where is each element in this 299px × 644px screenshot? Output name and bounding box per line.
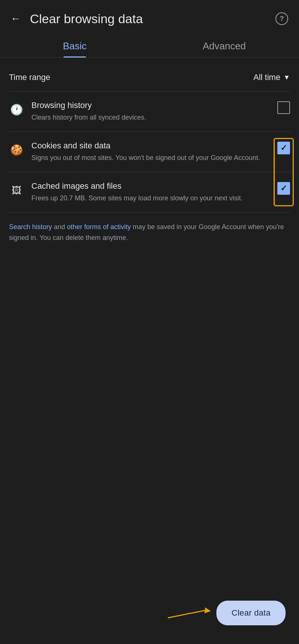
browsing-history-content: Browsing history Clears history from all…	[31, 101, 270, 123]
svg-line-0	[168, 610, 205, 618]
time-range-value: All time	[253, 73, 280, 82]
cookies-desc: Signs you out of most sites. You won't b…	[31, 153, 270, 163]
cookies-cached-wrapper: 🍪 Cookies and site data Signs you out of…	[0, 132, 299, 212]
help-icon: ?	[275, 12, 288, 25]
svg-marker-1	[204, 607, 211, 613]
back-arrow-icon: ←	[10, 13, 21, 25]
cookies-checkbox-area	[277, 142, 290, 154]
cookies-content: Cookies and site data Signs you out of m…	[31, 141, 270, 163]
cached-images-item: 🖼 Cached images and files Frees up 20.7 …	[0, 172, 299, 212]
bottom-area: Clear data	[0, 601, 299, 625]
time-range-label: Time range	[9, 73, 50, 82]
cookies-site-data-item: 🍪 Cookies and site data Signs you out of…	[0, 132, 299, 172]
tabs-container: Basic Advanced	[0, 34, 299, 58]
cached-icon-area: 🖼	[9, 183, 24, 198]
other-forms-link[interactable]: other forms of activity	[67, 223, 131, 231]
arrow-container: Clear data	[216, 601, 286, 625]
cookies-icon: 🍪	[10, 144, 23, 156]
cached-title: Cached images and files	[31, 181, 270, 191]
browsing-history-checkbox[interactable]	[277, 101, 290, 114]
browsing-history-desc: Clears history from all synced devices.	[31, 113, 270, 123]
cached-checkbox[interactable]	[277, 182, 290, 195]
time-range-select[interactable]: All time ▼	[253, 73, 290, 82]
help-button[interactable]: ?	[274, 10, 290, 27]
browsing-history-title: Browsing history	[31, 101, 270, 110]
tab-basic[interactable]: Basic	[0, 34, 150, 57]
header-left: ← Clear browsing data	[7, 10, 143, 27]
tab-advanced[interactable]: Advanced	[150, 34, 299, 57]
cookies-icon-area: 🍪	[9, 142, 24, 157]
footer-middle-text: and	[52, 223, 67, 231]
time-range-row: Time range All time ▼	[0, 67, 299, 91]
footer-note: Search history and other forms of activi…	[0, 213, 299, 243]
cached-desc: Frees up 20.7 MB. Some sites may load mo…	[31, 193, 270, 203]
cached-checkbox-area	[277, 182, 290, 195]
cookies-title: Cookies and site data	[31, 141, 270, 151]
browsing-history-item: 🕐 Browsing history Clears history from a…	[0, 92, 299, 132]
browsing-history-icon-area: 🕐	[9, 102, 24, 117]
header: ← Clear browsing data ?	[0, 0, 299, 34]
cached-content: Cached images and files Frees up 20.7 MB…	[31, 181, 270, 203]
clock-icon: 🕐	[10, 104, 23, 116]
arrow-annotation	[168, 603, 216, 622]
back-button[interactable]: ←	[7, 10, 24, 27]
dropdown-arrow-icon: ▼	[283, 74, 290, 81]
clear-data-button[interactable]: Clear data	[216, 601, 286, 625]
search-history-link[interactable]: Search history	[9, 223, 52, 231]
browsing-history-checkbox-area	[277, 101, 290, 114]
cookies-checkbox[interactable]	[277, 142, 290, 154]
page-title: Clear browsing data	[30, 12, 143, 26]
image-icon: 🖼	[12, 185, 21, 196]
